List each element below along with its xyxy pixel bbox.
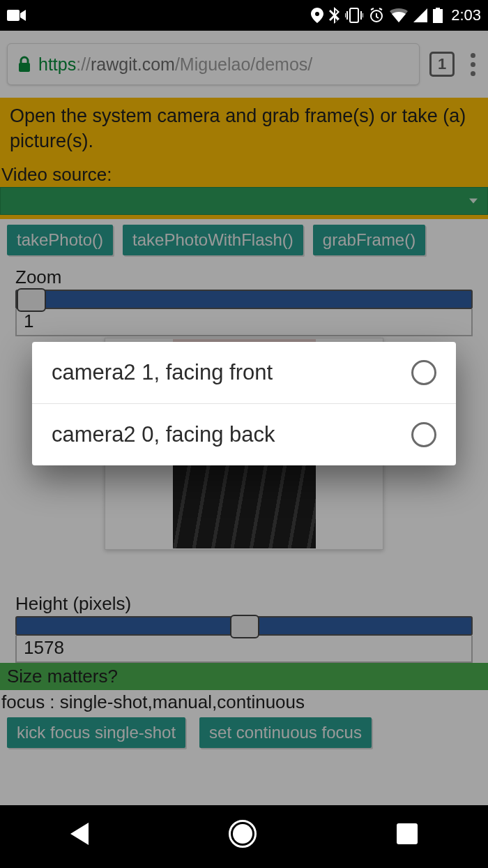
take-photo-button[interactable]: takePhoto() — [7, 225, 113, 255]
select-option-label: camera2 0, facing back — [52, 422, 275, 447]
battery-icon — [433, 8, 443, 23]
home-icon[interactable] — [229, 820, 257, 848]
location-icon — [311, 8, 323, 23]
status-time: 2:03 — [451, 6, 481, 24]
url-text: https://rawgit.com/Miguelao/demos/ — [38, 54, 312, 75]
videocam-icon — [7, 8, 26, 22]
status-bar: 2:03 — [0, 0, 488, 31]
banner-text: Open the system camera and grab frame(s)… — [0, 98, 488, 161]
height-block: Height (pixels) 1578 — [0, 590, 488, 663]
zoom-value[interactable]: 1 — [15, 309, 473, 336]
browser-toolbar: https://rawgit.com/Miguelao/demos/ 1 — [0, 31, 488, 98]
zoom-slider-thumb[interactable] — [17, 288, 46, 312]
svg-rect-1 — [350, 8, 358, 22]
height-slider-thumb[interactable] — [230, 615, 259, 638]
radio-icon — [411, 360, 436, 385]
height-slider[interactable] — [15, 616, 473, 636]
select-option-front[interactable]: camera2 1, facing front — [32, 342, 456, 403]
lock-icon — [17, 56, 31, 73]
zoom-slider[interactable] — [15, 290, 473, 309]
take-photo-flash-button[interactable]: takePhotoWithFlash() — [123, 225, 303, 255]
wifi-icon — [390, 8, 408, 22]
zoom-label: Zoom — [0, 267, 488, 288]
zoom-block: Zoom 1 — [0, 264, 488, 336]
alarm-icon — [369, 8, 384, 23]
size-matters-label: Size matters? — [0, 663, 488, 690]
cell-signal-icon — [413, 8, 427, 22]
tab-count-value: 1 — [438, 55, 446, 73]
back-icon[interactable] — [70, 823, 89, 845]
set-continuous-focus-button[interactable]: set continuous focus — [199, 717, 372, 748]
svg-rect-0 — [7, 10, 20, 21]
focus-modes-text: focus : single-shot,manual,continuous — [0, 690, 488, 716]
select-option-back[interactable]: camera2 0, facing back — [32, 404, 456, 465]
svg-rect-4 — [436, 8, 440, 10]
select-dialog: camera2 1, facing front camera2 0, facin… — [32, 342, 456, 465]
svg-rect-5 — [19, 63, 30, 72]
select-option-label: camera2 1, facing front — [52, 360, 273, 385]
svg-rect-3 — [433, 9, 443, 23]
android-nav-bar — [0, 805, 488, 862]
address-bar[interactable]: https://rawgit.com/Miguelao/demos/ — [7, 43, 420, 85]
recents-icon[interactable] — [397, 823, 418, 844]
video-source-select[interactable] — [0, 187, 488, 215]
bluetooth-icon — [329, 7, 340, 24]
overflow-menu-icon[interactable] — [464, 53, 481, 76]
height-label: Height (pixels) — [0, 593, 488, 615]
grab-frame-button[interactable]: grabFrame() — [313, 225, 425, 255]
tab-count-button[interactable]: 1 — [429, 52, 455, 77]
height-value[interactable]: 1578 — [15, 636, 473, 663]
video-source-label: Video source: — [0, 164, 488, 186]
vibrate-icon — [345, 8, 363, 23]
kick-focus-button[interactable]: kick focus single-shot — [7, 717, 185, 748]
radio-icon — [411, 422, 436, 447]
